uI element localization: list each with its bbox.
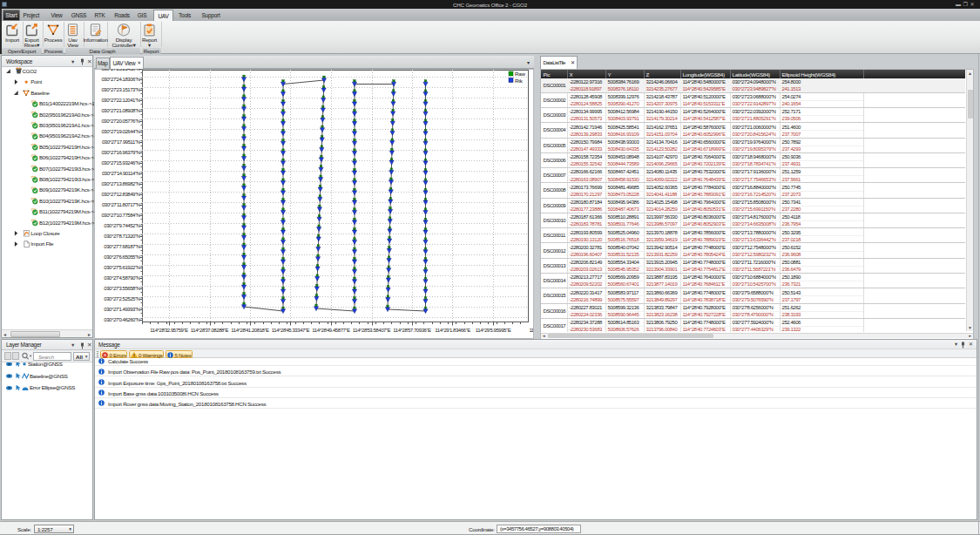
svg-text:030°27'2.52525"N: 030°27'2.52525"N	[104, 296, 139, 301]
svg-text:030°27'15.93246"N: 030°27'15.93246"N	[101, 160, 139, 166]
svg-text:030°27'20.05776"N: 030°27'20.05776"N	[101, 119, 139, 124]
svg-text:114°28'32.95759"E: 114°28'32.95759"E	[150, 328, 188, 333]
svg-text:Raw: Raw	[515, 71, 526, 77]
svg-text:030°27'19.02644"N: 030°27'19.02644"N	[101, 129, 139, 134]
svg-text:030°27'23.15173"N: 030°27'23.15173"N	[101, 87, 139, 92]
svg-text:030°27'6.65055"N: 030°27'6.65055"N	[104, 254, 139, 260]
svg-text:030°27'24.18306"N: 030°27'24.18306"N	[101, 77, 139, 82]
svg-text:030°27'12.83849"N: 030°27'12.83849"N	[101, 192, 139, 197]
svg-text:030°27'9.74452"N: 030°27'9.74452"N	[104, 223, 139, 228]
svg-text:030°27'1.49393"N: 030°27'1.49393"N	[104, 307, 139, 312]
svg-text:114°28'37.08288"E: 114°28'37.08288"E	[191, 328, 229, 333]
svg-text:030°27'14.90114"N: 030°27'14.90114"N	[102, 171, 140, 176]
svg-text:030°27'4.58790"N: 030°27'4.58790"N	[104, 275, 139, 281]
svg-text:030°27'3.55658"N: 030°27'3.55658"N	[104, 286, 139, 291]
svg-text:114°29'1.83466"E: 114°29'1.83466"E	[435, 328, 470, 333]
svg-text:030°27'10.77584"N: 030°27'10.77584"N	[101, 213, 139, 218]
svg-text:114°28'53.58407"E: 114°28'53.58407"E	[353, 328, 391, 333]
svg-text:030°27'8.71320"N: 030°27'8.71320"N	[104, 234, 139, 239]
svg-text:114°29'5.95995"E: 114°29'5.95995"E	[476, 328, 511, 333]
svg-text:114°28'57.70936"E: 114°28'57.70936"E	[393, 328, 431, 333]
svg-text:030°27'16.96379"N: 030°27'16.96379"N	[101, 150, 139, 155]
svg-text:030°27'25.21458"N: 030°27'25.21458"N	[101, 69, 139, 71]
svg-text:030°27'5.61922"N: 030°27'5.61922"N	[104, 265, 139, 270]
svg-text:030°27'22.12041"N: 030°27'22.12041"N	[101, 98, 139, 103]
svg-text:030°27'13.86982"N: 030°27'13.86982"N	[101, 181, 139, 186]
svg-text:114°28'41.20818"E: 114°28'41.20818"E	[231, 328, 269, 333]
svg-text:030°27'7.68187"N: 030°27'7.68187"N	[104, 244, 139, 249]
svg-text:030°27'21.08908"N: 030°27'21.08908"N	[101, 108, 139, 113]
svg-text:030°27'11.80717"N: 030°27'11.80717"N	[102, 202, 140, 207]
svg-text:030°27'0.46260"N: 030°27'0.46260"N	[104, 317, 139, 322]
svg-text:114°28'45.33347"E: 114°28'45.33347"E	[272, 328, 310, 333]
svg-text:Rtk: Rtk	[515, 78, 524, 84]
svg-text:114°28'49.45877"E: 114°28'49.45877"E	[312, 328, 350, 333]
svg-text:114°: 114°	[529, 328, 533, 333]
svg-text:030°27'17.99511"N: 030°27'17.99511"N	[102, 139, 140, 145]
